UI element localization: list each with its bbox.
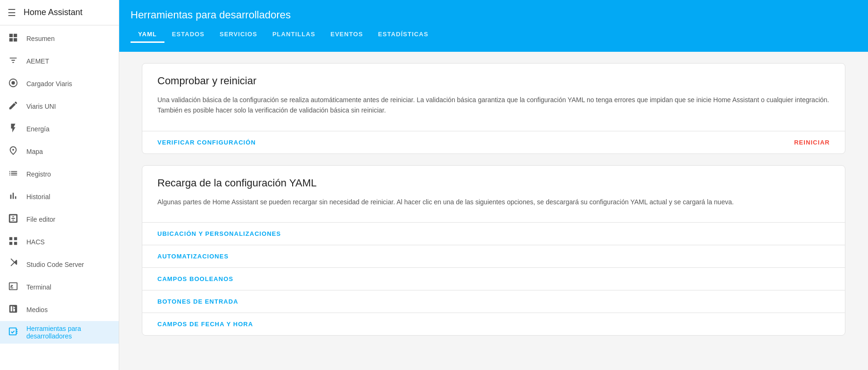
sidebar-item-hacs-label: HACS — [26, 238, 45, 246]
sidebar: ☰ Home Assistant Resumen AEMET Cargador … — [0, 0, 119, 370]
aemet-icon — [8, 55, 19, 68]
sidebar-item-medios[interactable]: Medios — [0, 298, 119, 321]
content-area: Comprobar y reiniciar Una validación bás… — [119, 52, 868, 370]
reload-item-ubicacion[interactable]: UBICACIÓN Y PERSONALIZACIONES — [142, 222, 845, 245]
sidebar-item-cargador-viaris[interactable]: Cargador Viaris — [0, 72, 119, 95]
cargador-icon — [8, 78, 19, 90]
svg-rect-3 — [14, 237, 17, 240]
sidebar-item-medios-label: Medios — [26, 306, 48, 314]
tab-estadisticas[interactable]: ESTADÍSTICAS — [370, 27, 436, 43]
reload-item-fecha-hora[interactable]: CAMPOS DE FECHA Y HORA — [142, 313, 845, 335]
svg-rect-4 — [14, 241, 17, 244]
historial-icon — [8, 191, 19, 203]
sidebar-item-mapa[interactable]: Mapa — [0, 140, 119, 163]
file-editor-icon — [8, 213, 19, 226]
reload-item-booleanos[interactable]: CAMPOS BOOLEANOS — [142, 267, 845, 290]
topbar-tabs: YAML ESTADOS SERVICIOS PLANTILLAS EVENTO… — [131, 27, 857, 43]
sidebar-item-registro-label: Registro — [26, 170, 51, 178]
sidebar-item-resumen[interactable]: Resumen — [0, 27, 119, 50]
reload-yaml-title: Recarga de la configuración YAML — [157, 177, 830, 189]
tab-servicios[interactable]: SERVICIOS — [212, 27, 265, 43]
sidebar-item-historial[interactable]: Historial — [0, 185, 119, 208]
svg-rect-2 — [9, 237, 12, 240]
restart-button[interactable]: REINICIAR — [794, 135, 830, 150]
sidebar-item-aemet-label: AEMET — [26, 57, 49, 65]
check-restart-card: Comprobar y reiniciar Una validación bás… — [142, 63, 845, 154]
sidebar-item-studio-code-server[interactable]: Studio Code Server — [0, 253, 119, 276]
app-title: Home Assistant — [24, 8, 82, 17]
check-restart-description: Una validación básica de la configuració… — [157, 95, 830, 116]
reload-list: UBICACIÓN Y PERSONALIZACIONES AUTOMATIZA… — [142, 222, 845, 335]
sidebar-item-historial-label: Historial — [26, 193, 50, 201]
sidebar-item-terminal[interactable]: Terminal — [0, 276, 119, 298]
reload-item-automatizaciones[interactable]: AUTOMATIZACIONES — [142, 245, 845, 267]
check-restart-actions: VERIFICAR CONFIGURACIÓN REINICIAR — [142, 131, 845, 153]
tab-yaml[interactable]: YAML — [131, 27, 164, 43]
medios-icon — [8, 304, 19, 316]
energia-icon — [8, 123, 19, 136]
sidebar-item-file-editor[interactable]: File editor — [0, 208, 119, 231]
reload-item-botones[interactable]: BOTONES DE ENTRADA — [142, 290, 845, 313]
reload-yaml-body: Recarga de la configuración YAML Algunas… — [142, 166, 845, 222]
sidebar-item-viaris-label: Viaris UNI — [26, 103, 56, 110]
sidebar-item-mapa-label: Mapa — [26, 148, 43, 155]
herramientas-icon — [8, 326, 19, 339]
verify-config-button[interactable]: VERIFICAR CONFIGURACIÓN — [157, 135, 256, 150]
studio-code-icon — [8, 258, 19, 271]
sidebar-item-file-editor-label: File editor — [26, 216, 55, 223]
sidebar-item-registro[interactable]: Registro — [0, 163, 119, 185]
mapa-icon — [8, 145, 19, 158]
tab-eventos[interactable]: EVENTOS — [323, 27, 370, 43]
sidebar-nav: Resumen AEMET Cargador Viaris Viaris UNI — [0, 25, 119, 370]
sidebar-item-terminal-label: Terminal — [26, 283, 51, 291]
terminal-icon — [8, 281, 19, 294]
grid-icon — [8, 32, 19, 45]
main-area: Herramientas para desarrolladores YAML E… — [119, 0, 868, 370]
sidebar-item-herramientas-label: Herramientas para desarrolladores — [26, 325, 111, 340]
sidebar-header: ☰ Home Assistant — [0, 0, 119, 25]
sidebar-item-cargador-label: Cargador Viaris — [26, 80, 72, 88]
svg-rect-5 — [9, 241, 12, 244]
viaris-icon — [8, 100, 19, 113]
sidebar-item-studio-label: Studio Code Server — [26, 261, 84, 268]
reload-yaml-description: Algunas partes de Home Assistant se pued… — [157, 197, 830, 207]
hamburger-icon[interactable]: ☰ — [8, 7, 16, 18]
check-restart-body: Comprobar y reiniciar Una validación bás… — [142, 64, 845, 131]
tab-estados[interactable]: ESTADOS — [164, 27, 212, 43]
reload-yaml-card: Recarga de la configuración YAML Algunas… — [142, 165, 845, 336]
check-restart-title: Comprobar y reiniciar — [157, 75, 830, 87]
sidebar-item-herramientas[interactable]: Herramientas para desarrolladores — [0, 321, 119, 344]
page-title: Herramientas para desarrolladores — [131, 9, 857, 21]
registro-icon — [8, 168, 19, 181]
svg-point-1 — [11, 81, 15, 84]
topbar: Herramientas para desarrolladores YAML E… — [119, 0, 868, 52]
sidebar-item-hacs[interactable]: HACS — [0, 231, 119, 253]
hacs-icon — [8, 236, 19, 249]
sidebar-item-resumen-label: Resumen — [26, 35, 55, 42]
tab-plantillas[interactable]: PLANTILLAS — [265, 27, 323, 43]
sidebar-item-energia-label: Energía — [26, 125, 49, 133]
sidebar-item-viaris-uni[interactable]: Viaris UNI — [0, 95, 119, 118]
sidebar-item-aemet[interactable]: AEMET — [0, 50, 119, 72]
sidebar-item-energia[interactable]: Energía — [0, 118, 119, 140]
